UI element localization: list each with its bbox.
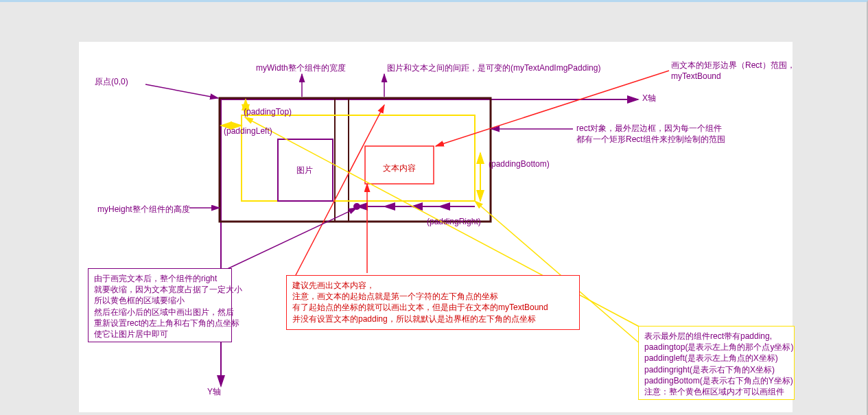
label-paddingbottom: (paddingBottom) [489, 158, 550, 169]
label-yaxis: Y轴 [207, 386, 221, 397]
note-purple-text: 由于画完文本后，整个组件的right 就要收缩，因为文本宽度占据了一定大小 所以… [89, 269, 231, 344]
label-text-content: 文本内容 [383, 163, 416, 174]
note-yellow-text: 表示最外层的组件rect带有padding, paadingtop(是表示左上角… [639, 327, 794, 401]
label-gap: 图片和文本之间的间距，是可变的(myTextAndImgPadding) [387, 62, 600, 73]
label-textbound: 画文本的矩形边界（Rect）范围， myTextBound [671, 60, 795, 82]
note-red-box: 建议先画出文本内容， 注意，画文本的起始点就是第一个字符的左下角点的坐标 有了起… [286, 275, 580, 330]
label-paddingright: (paddingRight) [427, 216, 481, 227]
label-origin: 原点(0,0) [95, 76, 128, 87]
label-xaxis: X轴 [642, 93, 656, 104]
note-purple-box: 由于画完文本后，整个组件的right 就要收缩，因为文本宽度占据了一定大小 所以… [88, 268, 232, 342]
label-image: 图片 [296, 165, 313, 176]
label-paddingleft: (paddingLeft) [224, 126, 272, 137]
label-myheight: myHeight整个组件的高度 [97, 204, 190, 215]
note-yellow-box: 表示最外层的组件rect带有padding, paadingtop(是表示左上角… [638, 326, 795, 400]
label-mywidth: myWidth整个组件的宽度 [256, 62, 346, 73]
label-paddingtop: (paddingTop) [244, 106, 292, 117]
label-rectobj: rect对象，最外层边框，因为每一个组件 都有一个矩形Rect组件来控制绘制的范… [576, 123, 725, 145]
note-red-text: 建议先画出文本内容， 注意，画文本的起始点就是第一个字符的左下角点的坐标 有了起… [287, 276, 579, 329]
diagram-canvas: 原点(0,0) myWidth整个组件的宽度 图片和文本之间的间距，是可变的(m… [0, 0, 868, 415]
